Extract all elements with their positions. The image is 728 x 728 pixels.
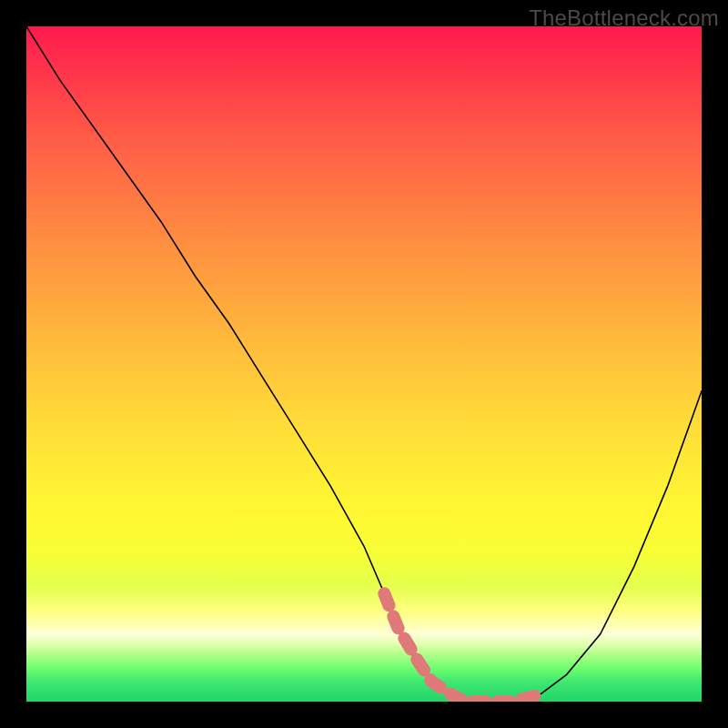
watermark-text: TheBottleneck.com: [529, 5, 719, 31]
bottleneck-curve: [26, 26, 702, 702]
chart-plot-area: [26, 26, 702, 702]
bottleneck-curve-svg: [26, 26, 702, 702]
optimal-range-highlight: [384, 593, 540, 702]
chart-frame: TheBottleneck.com: [0, 0, 728, 728]
